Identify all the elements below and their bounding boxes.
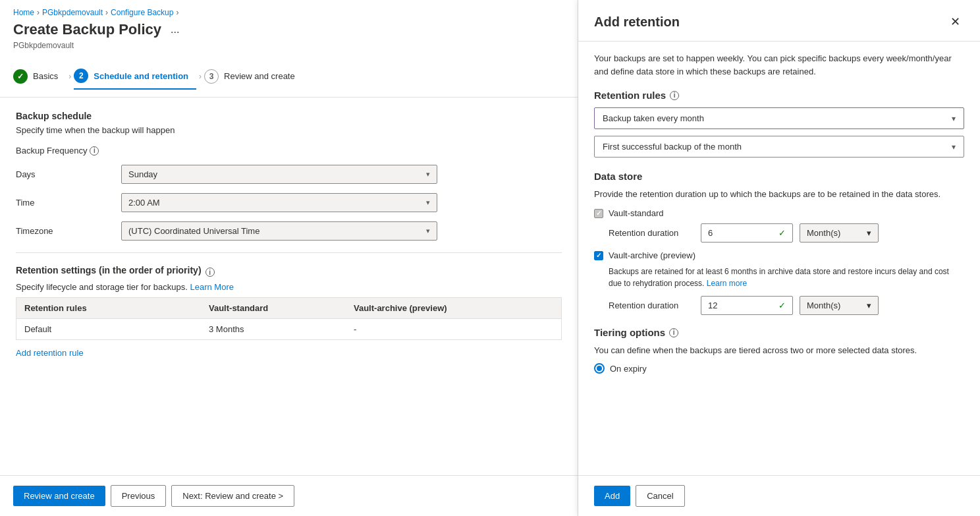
steps-bar: ✓ Basics › 2 Schedule and retention › 3 …	[0, 55, 578, 98]
time-row: Time 2:00 AM ▾	[16, 193, 562, 212]
timezone-chevron-icon: ▾	[426, 227, 430, 235]
retention-duration-2-row: Retention duration 12 ✓ Month(s) ▾	[609, 296, 964, 315]
step-basics-label: Basics	[33, 71, 58, 81]
data-store-section: Data store Provide the retention duratio…	[594, 171, 964, 315]
vault-archive-desc: Backups are retained for at least 6 mont…	[609, 266, 964, 289]
panel-description: Your backups are set to happen weekly. Y…	[594, 52, 964, 78]
review-create-button[interactable]: Review and create	[13, 486, 105, 506]
col-retention-rules: Retention rules	[24, 303, 209, 313]
retention-dropdown-1-value: Backup taken every month	[603, 113, 704, 123]
vault-standard-row: Vault-standard	[594, 208, 964, 218]
retention-dropdown-1[interactable]: Backup taken every month ▾	[594, 107, 964, 129]
step-sep-2: ›	[196, 72, 204, 81]
main-content: Backup schedule Specify time when the ba…	[0, 98, 578, 475]
retention-duration-1-row: Retention duration 6 ✓ Month(s) ▾	[609, 223, 964, 243]
cancel-button[interactable]: Cancel	[636, 485, 684, 507]
retention-dropdown-2-value: First successful backup of the month	[603, 142, 742, 152]
timezone-select[interactable]: (UTC) Coordinated Universal Time ▾	[121, 221, 437, 241]
retention-table: Retention rules Vault-standard Vault-arc…	[16, 297, 562, 340]
tiering-info-icon: i	[669, 328, 678, 337]
previous-button[interactable]: Previous	[111, 485, 167, 507]
time-label: Time	[16, 198, 121, 208]
on-expiry-radio-row: On expiry	[594, 363, 964, 374]
days-select[interactable]: Sunday ▾	[121, 165, 437, 184]
close-button[interactable]: ✕	[946, 13, 964, 30]
on-expiry-radio[interactable]	[594, 363, 605, 374]
panel-header: Add retention ✕	[578, 0, 980, 42]
step-basics-circle: ✓	[13, 69, 28, 84]
vault-archive-checkbox[interactable]	[594, 251, 603, 260]
time-chevron-icon: ▾	[426, 198, 430, 207]
timezone-label: Timezone	[16, 226, 121, 236]
backup-schedule-desc: Specify time when the backup will happen	[16, 125, 562, 135]
next-button[interactable]: Next: Review and create >	[171, 485, 294, 507]
unit-2-chevron-icon: ▾	[867, 301, 871, 310]
col-vault-standard: Vault-standard	[209, 303, 354, 313]
row-vault-standard: 3 Months	[209, 324, 354, 334]
backup-frequency-label: Backup Frequency i	[16, 146, 121, 156]
row-rule: Default	[24, 324, 209, 334]
row-vault-archive: -	[354, 324, 553, 334]
breadcrumb-configure[interactable]: Configure Backup	[111, 8, 173, 17]
dropdown-2-chevron-icon: ▾	[952, 142, 956, 152]
step-schedule[interactable]: 2 Schedule and retention	[74, 63, 196, 90]
step-review[interactable]: 3 Review and create	[204, 64, 303, 89]
days-chevron-icon: ▾	[426, 170, 430, 179]
tiering-section: Tiering options i You can define when th…	[594, 327, 964, 374]
table-row: Default 3 Months -	[16, 319, 561, 339]
backup-frequency-row: Backup Frequency i	[16, 146, 562, 156]
retention-title: Retention settings (in the order of prio…	[16, 265, 202, 275]
dropdown-1-chevron-icon: ▾	[952, 114, 956, 123]
retention-duration-1-label: Retention duration	[609, 228, 694, 238]
table-header: Retention rules Vault-standard Vault-arc…	[16, 298, 561, 319]
unit-chevron-icon: ▾	[867, 228, 871, 238]
retention-duration-1-input[interactable]: 6 ✓	[701, 223, 793, 243]
panel-title: Add retention	[594, 14, 680, 30]
retention-dropdown-2[interactable]: First successful backup of the month ▾	[594, 136, 964, 158]
panel-footer: Add Cancel	[578, 475, 980, 516]
on-expiry-label: On expiry	[610, 364, 647, 374]
step-schedule-circle: 2	[74, 69, 88, 83]
days-label: Days	[16, 169, 121, 179]
retention-rules-title: Retention rules i	[594, 90, 964, 101]
breadcrumb-vault[interactable]: PGbkpdemovault	[42, 8, 103, 17]
vault-archive-learn-more-link[interactable]: Learn more	[707, 279, 747, 288]
page-title: Create Backup Policy	[13, 21, 161, 38]
vault-archive-row: Vault-archive (preview)	[594, 250, 964, 260]
days-row: Days Sunday ▾	[16, 165, 562, 184]
breadcrumb: Home › PGbkpdemovault › Configure Backup…	[0, 0, 578, 21]
vault-archive-label: Vault-archive (preview)	[609, 250, 695, 260]
breadcrumb-home[interactable]: Home	[13, 8, 34, 17]
retention-duration-2-input[interactable]: 12 ✓	[701, 296, 793, 315]
step-review-label: Review and create	[224, 71, 295, 81]
backup-schedule-title: Backup schedule	[16, 111, 562, 121]
page-subtitle: PGbkpdemovault	[0, 41, 578, 55]
backup-frequency-info-icon: i	[90, 146, 99, 156]
retention-rules-info-icon: i	[670, 91, 679, 100]
col-vault-archive: Vault-archive (preview)	[354, 303, 553, 313]
add-button[interactable]: Add	[594, 486, 630, 506]
checkmark-2-icon: ✓	[778, 301, 786, 310]
retention-desc: Specify lifecycle and storage tier for b…	[16, 282, 562, 292]
data-store-desc: Provide the retention duration up to whi…	[594, 188, 964, 200]
checkmark-icon: ✓	[778, 228, 786, 238]
learn-more-link[interactable]: Learn More	[190, 282, 233, 292]
ellipsis-button[interactable]: ...	[167, 22, 183, 37]
tiering-desc: You can define when the backups are tier…	[594, 345, 964, 357]
step-schedule-label: Schedule and retention	[94, 71, 188, 81]
time-select[interactable]: 2:00 AM ▾	[121, 193, 437, 212]
timezone-row: Timezone (UTC) Coordinated Universal Tim…	[16, 221, 562, 241]
left-panel: Home › PGbkpdemovault › Configure Backup…	[0, 0, 578, 516]
retention-info-icon: i	[205, 268, 215, 277]
step-review-circle: 3	[204, 69, 219, 84]
retention-duration-1-unit[interactable]: Month(s) ▾	[800, 223, 879, 243]
retention-duration-2-unit[interactable]: Month(s) ▾	[800, 296, 879, 315]
step-basics[interactable]: ✓ Basics	[13, 64, 66, 89]
tiering-title: Tiering options i	[594, 327, 964, 338]
right-panel: Add retention ✕ Your backups are set to …	[578, 0, 980, 516]
vault-standard-label: Vault-standard	[609, 208, 664, 218]
data-store-title: Data store	[594, 171, 964, 182]
vault-standard-checkbox	[594, 209, 603, 218]
retention-header: Retention settings (in the order of prio…	[16, 265, 562, 279]
add-retention-rule-link[interactable]: Add retention rule	[16, 348, 84, 358]
